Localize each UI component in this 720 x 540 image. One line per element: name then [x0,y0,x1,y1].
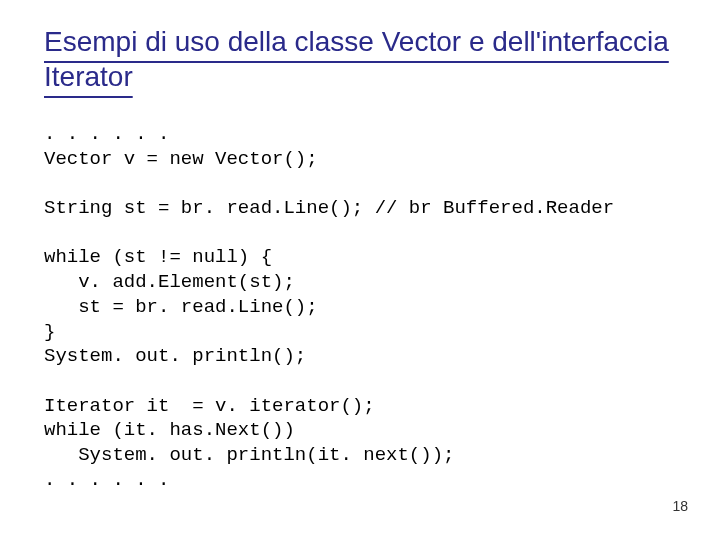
code-line: System. out. println(it. next()); [44,444,454,466]
code-line: . . . . . . [44,469,169,491]
slide-title: Esempi di uso della classe Vector e dell… [44,24,676,94]
slide: Esempi di uso della classe Vector e dell… [0,0,720,492]
code-line: while (it. has.Next()) [44,419,295,441]
code-line: } [44,321,55,343]
code-line: System. out. println(); [44,345,306,367]
code-line: v. add.Element(st); [44,271,295,293]
code-block: . . . . . . Vector v = new Vector(); Str… [44,122,676,492]
code-line: st = br. read.Line(); [44,296,318,318]
code-line: . . . . . . [44,123,169,145]
code-line: Vector v = new Vector(); [44,148,318,170]
code-line: while (st != null) { [44,246,272,268]
code-line: Iterator it = v. iterator(); [44,395,375,417]
code-line: String st = br. read.Line(); // br Buffe… [44,197,614,219]
page-number: 18 [672,498,688,514]
